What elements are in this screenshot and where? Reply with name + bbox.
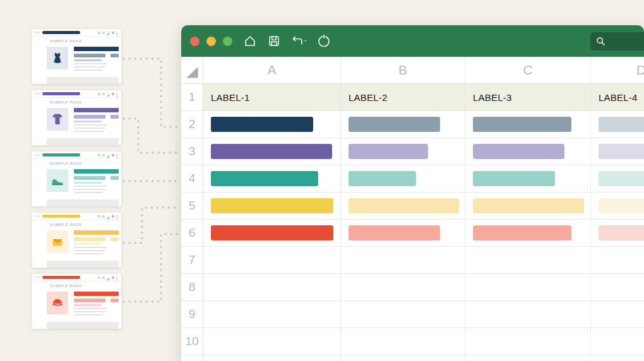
cell-C2[interactable] (465, 111, 591, 138)
cell-C1[interactable]: LABEL-3 (465, 84, 591, 111)
cell-bar (599, 225, 644, 240)
dress-icon (50, 50, 65, 66)
menu-dots-icon (116, 211, 118, 222)
cell-A3[interactable] (203, 138, 341, 165)
cell-B11[interactable] (341, 355, 465, 361)
cell-A10[interactable] (203, 328, 341, 355)
cell-A11[interactable] (203, 355, 341, 361)
cell-A4[interactable] (203, 165, 341, 192)
cell-D11[interactable] (591, 355, 644, 361)
share-icon (112, 93, 114, 95)
row-header-4[interactable]: 4 (181, 165, 203, 192)
select-all-corner[interactable] (181, 57, 203, 84)
cell-B5[interactable] (341, 192, 465, 220)
text-line (74, 314, 103, 316)
text-line (74, 131, 103, 132)
cell-B2[interactable] (341, 111, 465, 138)
cell-A2[interactable] (203, 111, 341, 138)
subtitle-chip (110, 299, 119, 302)
cell-D4[interactable] (591, 165, 644, 192)
cell-B3[interactable] (341, 138, 465, 165)
subtitle-block (74, 54, 105, 57)
table-row: 8 (181, 274, 644, 301)
row-header-1[interactable]: 1 (181, 84, 203, 111)
cell-C3[interactable] (465, 138, 591, 165)
cell-A8[interactable] (203, 274, 341, 301)
browser-thumbnail: ‹›SAMPLE PAGE (32, 90, 121, 145)
text-line (74, 124, 107, 126)
cell-B6[interactable] (341, 220, 465, 247)
cell-A6[interactable] (203, 220, 341, 247)
undo-icon[interactable] (290, 33, 307, 49)
cell-A9[interactable] (203, 301, 341, 328)
cell-B1[interactable]: LABEL-2 (341, 84, 465, 111)
cell-bar (599, 117, 644, 132)
redo-icon[interactable] (316, 33, 331, 49)
text-line (74, 192, 103, 193)
browser-thumbnail: ‹›SAMPLE PAGE (32, 213, 121, 268)
menu-dots-icon (116, 272, 118, 283)
url-bar (42, 215, 80, 218)
cell-C4[interactable] (465, 165, 591, 192)
cell-D10[interactable] (591, 328, 644, 355)
row-header[interactable] (181, 355, 203, 361)
cell-B9[interactable] (341, 301, 465, 328)
text-line (74, 59, 102, 61)
cell-C6[interactable] (465, 220, 591, 247)
close-button[interactable] (190, 37, 200, 46)
cell-D5[interactable] (591, 192, 644, 220)
row-header-7[interactable]: 7 (181, 247, 203, 274)
forward-icon: › (38, 91, 40, 97)
cell-A5[interactable] (203, 192, 341, 220)
row-header-2[interactable]: 2 (181, 111, 203, 138)
back-icon: ‹ (35, 30, 37, 36)
zoom-button[interactable] (223, 37, 232, 46)
cell-C10[interactable] (465, 328, 591, 355)
bookmark-icon (98, 215, 100, 218)
menu-dots-icon (116, 88, 118, 100)
text-line (74, 304, 102, 306)
row-header-8[interactable]: 8 (181, 274, 203, 301)
home-icon[interactable] (242, 33, 258, 49)
cell-B10[interactable] (341, 328, 465, 355)
cell-B4[interactable] (341, 165, 465, 192)
cell-D8[interactable] (591, 274, 644, 301)
subtitle-chip (110, 115, 119, 119)
row-header-10[interactable]: 10 (181, 328, 203, 355)
column-header-D[interactable]: D (591, 57, 644, 84)
cell-C11[interactable] (465, 355, 591, 361)
cell-B8[interactable] (341, 274, 465, 301)
cell-C5[interactable] (465, 192, 591, 220)
column-header-C[interactable]: C (465, 57, 591, 84)
cell-D2[interactable] (591, 111, 644, 138)
sample-page-label: SAMPLE PAGE (50, 223, 82, 227)
cell-D9[interactable] (591, 301, 644, 328)
browser-thumbnail: ‹›SAMPLE PAGE (32, 274, 121, 329)
row-header-5[interactable]: 5 (181, 192, 203, 220)
row-header-3[interactable]: 3 (181, 138, 203, 165)
minimize-button[interactable] (206, 37, 216, 46)
column-header-B[interactable]: B (341, 57, 465, 84)
table-row: 4 (181, 165, 644, 192)
table-row: 3 (181, 138, 644, 165)
cell-D1[interactable]: LABEL-4 (591, 84, 644, 111)
cell-C7[interactable] (465, 247, 591, 274)
extension-icon (102, 215, 105, 218)
search-input[interactable] (590, 32, 644, 50)
column-header-A[interactable]: A (203, 57, 341, 84)
save-icon[interactable] (267, 34, 281, 48)
cell-A7[interactable] (203, 247, 341, 274)
cell-D7[interactable] (591, 247, 644, 274)
row-header-9[interactable]: 9 (181, 301, 203, 328)
cell-D3[interactable] (591, 138, 644, 165)
cell-D6[interactable] (591, 220, 644, 247)
product-image (47, 292, 68, 314)
text-line (74, 247, 107, 248)
cell-C9[interactable] (465, 301, 591, 328)
cell-B7[interactable] (341, 247, 465, 274)
cell-A1[interactable]: LABEL-1 (203, 84, 341, 111)
title-bar-block (74, 47, 119, 51)
row-header-6[interactable]: 6 (181, 220, 203, 247)
title-bar-block (74, 169, 119, 174)
cell-C8[interactable] (465, 274, 591, 301)
